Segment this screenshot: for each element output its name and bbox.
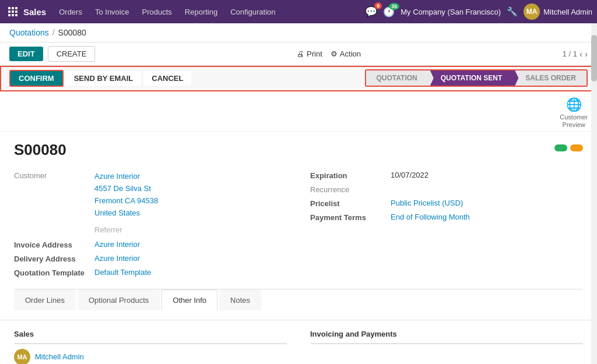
svg-rect-0: [8, 7, 10, 9]
quotation-template-value[interactable]: Default Template: [94, 268, 151, 277]
pricelist-row: Pricelist Public Pricelist (USD): [310, 199, 583, 208]
expiration-value[interactable]: 10/07/2022: [391, 171, 429, 179]
send-by-email-button[interactable]: SEND BY EMAIL: [66, 71, 142, 86]
gear-icon: ⚙: [331, 50, 338, 58]
svg-rect-8: [15, 14, 17, 16]
scrollbar-track: [591, 23, 597, 364]
status-bar: CONFIRM SEND BY EMAIL CANCEL QUOTATION Q…: [0, 66, 597, 91]
recurrence-label: Recurrence: [310, 185, 386, 194]
invoice-address-label: Invoice Address: [14, 240, 90, 249]
action-bar: EDIT CREATE 🖨 Print ⚙ Action 1 / 1 ‹ ›: [0, 43, 597, 66]
customer-preview-label: Customer Preview: [560, 114, 588, 129]
toggle-green[interactable]: [554, 144, 567, 151]
pricelist-value[interactable]: Public Pricelist (USD): [391, 199, 463, 207]
pager: 1 / 1 ‹ ›: [563, 49, 588, 59]
delivery-address-label: Delivery Address: [14, 254, 90, 263]
invoicing-section: Invoicing and Payments: [310, 330, 583, 364]
edit-button[interactable]: EDIT: [9, 47, 43, 61]
cancel-button[interactable]: CANCEL: [143, 71, 191, 86]
payment-terms-row: Payment Terms End of Following Month: [310, 213, 583, 222]
sales-person-name[interactable]: Mitchell Admin: [35, 352, 84, 361]
user-menu[interactable]: MA Mitchell Admin: [524, 3, 592, 20]
app-brand[interactable]: Sales: [23, 7, 46, 17]
chat-icon-wrap[interactable]: 💬 6: [365, 6, 377, 18]
nav-reporting[interactable]: Reporting: [179, 5, 223, 19]
breadcrumb-parent[interactable]: Quotations: [9, 28, 49, 37]
user-avatar: MA: [524, 3, 540, 20]
document-number: S00080: [14, 141, 66, 159]
action-bar-center: 🖨 Print ⚙ Action: [297, 50, 361, 58]
sales-person-avatar: MA: [14, 349, 30, 364]
top-navigation: Sales Orders To Invoice Products Reporti…: [0, 0, 597, 23]
payment-terms-value[interactable]: End of Following Month: [391, 213, 470, 221]
pipeline-step-quotation[interactable]: QUOTATION: [366, 70, 428, 86]
action-bar-right: 1 / 1 ‹ ›: [563, 49, 588, 59]
invoice-address-row: Invoice Address Azure Interior: [14, 240, 287, 249]
customer-value[interactable]: Azure Interior 4557 De Silva St Fremont …: [94, 171, 158, 219]
pipeline-step-sales-order[interactable]: SALES ORDER: [512, 70, 587, 86]
svg-rect-5: [15, 10, 17, 13]
expiration-label: Expiration: [310, 171, 386, 180]
nav-orders[interactable]: Orders: [53, 5, 88, 19]
printer-icon: 🖨: [297, 50, 304, 58]
apps-menu-icon[interactable]: [5, 3, 21, 20]
toggle-yellow[interactable]: [570, 144, 583, 151]
confirm-button[interactable]: CONFIRM: [9, 70, 64, 87]
delivery-address-value[interactable]: Azure Interior: [94, 254, 140, 263]
customer-label: Customer: [14, 171, 90, 180]
tab-notes[interactable]: Notes: [219, 289, 261, 310]
pricelist-label: Pricelist: [310, 199, 386, 208]
breadcrumb: Quotations / S00080: [0, 23, 597, 43]
user-name: Mitchell Admin: [543, 8, 592, 16]
tab-other-info[interactable]: Other Info: [161, 289, 217, 311]
svg-rect-2: [15, 7, 17, 9]
action-bar-left: EDIT CREATE: [9, 46, 95, 62]
invoicing-section-title: Invoicing and Payments: [310, 330, 583, 338]
customer-preview-button[interactable]: 🌐 Customer Preview: [560, 97, 588, 129]
chat-badge: 6: [374, 2, 382, 9]
quotation-template-row: Quotation Template Default Template: [14, 268, 287, 277]
recurrence-row: Recurrence: [310, 185, 583, 194]
tab-order-lines[interactable]: Order Lines: [14, 289, 76, 310]
invoice-address-value[interactable]: Azure Interior: [94, 240, 140, 249]
svg-rect-3: [8, 10, 10, 13]
pipeline-step-quotation-sent[interactable]: QUOTATION SENT: [428, 70, 513, 86]
pager-text: 1 / 1: [563, 50, 577, 58]
svg-rect-4: [12, 10, 14, 13]
sales-section: Sales MA Mitchell Admin: [14, 330, 287, 364]
tab-optional-products[interactable]: Optional Products: [78, 289, 160, 310]
nav-configuration[interactable]: Configuration: [224, 5, 281, 19]
pipeline-status: QUOTATION QUOTATION SENT SALES ORDER: [365, 69, 588, 87]
status-action-buttons: CONFIRM SEND BY EMAIL CANCEL: [9, 70, 191, 87]
create-button[interactable]: CREATE: [48, 46, 96, 62]
main-content: 🌐 Customer Preview S00080 Customer: [0, 91, 597, 364]
pipeline: QUOTATION QUOTATION SENT SALES ORDER: [365, 69, 588, 87]
svg-rect-7: [12, 14, 14, 16]
svg-rect-1: [12, 7, 14, 9]
customer-row: Customer Azure Interior 4557 De Silva St…: [14, 171, 287, 219]
breadcrumb-current: S00080: [58, 28, 86, 37]
globe-icon: 🌐: [566, 97, 582, 112]
activity-icon-wrap[interactable]: 🕐 35: [383, 6, 395, 17]
form-body: S00080 Customer Azure Interior 4557 De S…: [0, 132, 597, 319]
sales-section-title: Sales: [14, 330, 287, 338]
action-link[interactable]: ⚙ Action: [331, 50, 361, 58]
activity-badge: 35: [389, 3, 399, 10]
form-right-section: Expiration 10/07/2022 Recurrence Priceli…: [310, 171, 583, 277]
form-left-section: Customer Azure Interior 4557 De Silva St…: [14, 171, 287, 277]
referrer-field[interactable]: Referrer: [14, 224, 287, 235]
svg-rect-6: [8, 14, 10, 16]
customer-preview-bar: 🌐 Customer Preview: [0, 91, 597, 132]
pager-next-button[interactable]: ›: [585, 49, 588, 59]
scrollbar-thumb[interactable]: [591, 35, 597, 82]
expiration-row: Expiration 10/07/2022: [310, 171, 583, 180]
nav-to-invoice[interactable]: To Invoice: [89, 5, 135, 19]
print-link[interactable]: 🖨 Print: [297, 50, 322, 58]
company-name[interactable]: My Company (San Francisco): [401, 8, 501, 16]
nav-products[interactable]: Products: [136, 5, 177, 19]
pager-prev-button[interactable]: ‹: [580, 49, 582, 59]
wrench-icon[interactable]: 🔧: [507, 6, 518, 17]
nav-right-area: 💬 6 🕐 35 My Company (San Francisco) 🔧 MA…: [365, 3, 592, 20]
bottom-section: Sales MA Mitchell Admin Invoicing and Pa…: [0, 320, 597, 364]
tabs-bar: Order Lines Optional Products Other Info…: [14, 289, 583, 310]
